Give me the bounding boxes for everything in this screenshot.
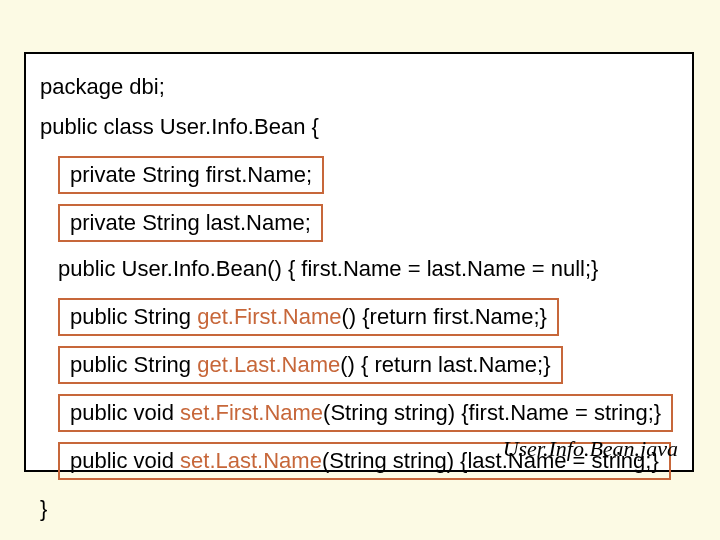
method-get-last-name: public String get.Last.Name() { return l… <box>58 346 563 384</box>
code-line-class-decl: public class User.Info.Bean { <box>40 114 678 140</box>
method-prefix: public String <box>70 352 197 377</box>
method-get-first-name: public String get.First.Name() {return f… <box>58 298 559 336</box>
method-name-accent: get.Last.Name <box>197 352 340 377</box>
method-name-accent: get.First.Name <box>197 304 341 329</box>
method-suffix: () {return first.Name;} <box>341 304 546 329</box>
code-line-package: package dbi; <box>40 74 678 100</box>
field-first-name: private String first.Name; <box>58 156 324 194</box>
method-prefix: public void <box>70 448 180 473</box>
code-line-close-brace: } <box>40 496 678 522</box>
method-set-first-name: public void set.First.Name(String string… <box>58 394 673 432</box>
method-prefix: public String <box>70 304 197 329</box>
method-prefix: public void <box>70 400 180 425</box>
filename-label: User.Info.Bean.java <box>503 436 678 462</box>
method-suffix: () { return last.Name;} <box>340 352 550 377</box>
method-name-accent: set.Last.Name <box>180 448 322 473</box>
field-last-name: private String last.Name; <box>58 204 323 242</box>
method-suffix: (String string) {first.Name = string;} <box>323 400 661 425</box>
method-name-accent: set.First.Name <box>180 400 323 425</box>
code-line-constructor: public User.Info.Bean() { first.Name = l… <box>58 256 678 282</box>
code-frame: package dbi; public class User.Info.Bean… <box>24 52 694 472</box>
